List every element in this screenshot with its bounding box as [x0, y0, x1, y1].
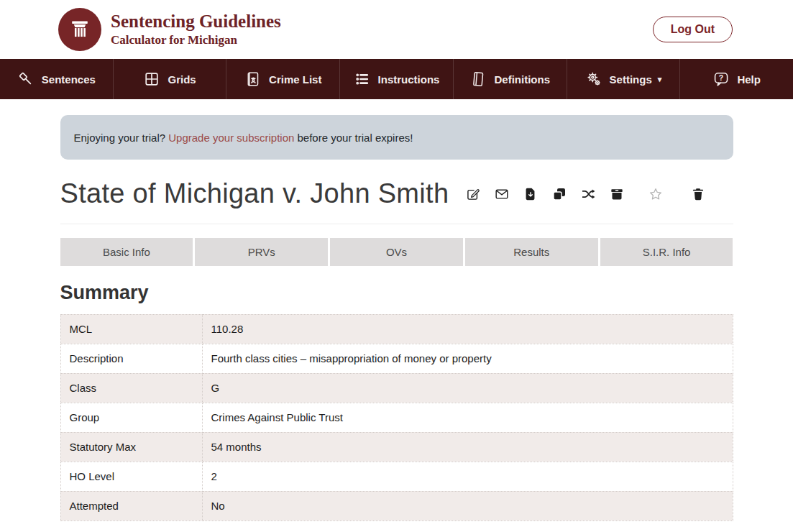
tab-sir-info[interactable]: S.I.R. Info: [600, 238, 733, 266]
copy-icon: [552, 187, 567, 201]
row-label: Class: [60, 373, 202, 403]
file-download-icon: [523, 187, 538, 201]
nav-item-crime-list[interactable]: Crime List: [226, 59, 340, 99]
row-value: No: [202, 491, 733, 520]
nav-item-label: Sentences: [42, 73, 96, 86]
logo-subtitle: Calculator for Michigan: [111, 33, 281, 47]
book-icon: [469, 70, 487, 88]
duplicate-case-button[interactable]: [552, 187, 567, 201]
app-logo[interactable]: Sentencing Guidelines Calculator for Mic…: [58, 8, 281, 51]
table-row: Group Crimes Against Public Trust: [60, 403, 733, 432]
summary-table: MCL 110.28 Description Fourth class citi…: [60, 314, 733, 521]
tab-ovs[interactable]: OVs: [330, 238, 463, 266]
divider: [60, 224, 733, 224]
nav-item-label: Grids: [168, 73, 196, 86]
upgrade-subscription-link[interactable]: Upgrade your subscription: [168, 132, 294, 144]
row-value: 110.28: [202, 314, 733, 344]
banner-text: Enjoying your trial? Upgrade your subscr…: [74, 132, 413, 144]
nav-item-settings[interactable]: Settings ▾: [567, 59, 681, 99]
row-value: 2: [202, 462, 733, 491]
tab-prvs[interactable]: PRVs: [195, 238, 328, 266]
log-out-button[interactable]: Log Out: [653, 17, 733, 42]
tab-bar: Basic Info PRVs OVs Results S.I.R. Info: [60, 238, 733, 266]
row-value: Crimes Against Public Trust: [202, 403, 733, 432]
row-value: Fourth class cities – misappropriation o…: [202, 344, 733, 373]
row-label: Group: [60, 403, 202, 432]
export-case-button[interactable]: [523, 187, 538, 201]
archive-icon: [610, 187, 624, 201]
nav-item-label: Settings: [610, 73, 652, 86]
logo-title: Sentencing Guidelines: [111, 12, 281, 32]
nav-item-label: Definitions: [494, 73, 550, 86]
tab-basic-info[interactable]: Basic Info: [60, 238, 193, 266]
crime-book-icon: [244, 70, 262, 88]
delete-case-button[interactable]: [691, 187, 705, 201]
app-header: Sentencing Guidelines Calculator for Mic…: [0, 0, 793, 59]
nav-item-label: Crime List: [269, 73, 321, 86]
logo-text: Sentencing Guidelines Calculator for Mic…: [111, 12, 281, 47]
question-bubble-icon: ?: [712, 70, 730, 88]
table-row: Attempted No: [60, 491, 733, 520]
nav-item-grids[interactable]: Grids: [114, 59, 227, 99]
svg-text:?: ?: [719, 73, 723, 82]
star-icon: [648, 187, 663, 201]
nav-item-label: Instructions: [378, 73, 440, 86]
row-label: Statutory Max: [60, 432, 202, 462]
chevron-down-icon: ▾: [658, 75, 662, 84]
shuffle-case-button[interactable]: [581, 187, 595, 201]
row-value: 54 months: [202, 432, 733, 462]
archive-case-button[interactable]: [610, 187, 624, 201]
tab-results[interactable]: Results: [465, 238, 598, 266]
favorite-case-button[interactable]: [648, 187, 663, 201]
case-title: State of Michigan v. John Smith: [60, 177, 449, 211]
table-row: MCL 110.28: [60, 314, 733, 344]
nav-item-help[interactable]: ? Help: [680, 59, 793, 99]
row-label: MCL: [60, 314, 202, 344]
main-nav: Sentences Grids Crime List: [0, 59, 793, 99]
table-row: Description Fourth class cities – misapp…: [60, 344, 733, 373]
nav-item-sentences[interactable]: Sentences: [0, 59, 114, 99]
shuffle-icon: [581, 187, 595, 201]
trash-icon: [691, 187, 705, 201]
summary-heading: Summary: [60, 282, 733, 304]
table-row: Class G: [60, 373, 733, 403]
case-actions: [466, 187, 705, 201]
row-value: G: [202, 373, 733, 403]
nav-item-instructions[interactable]: Instructions: [340, 59, 454, 99]
nav-item-definitions[interactable]: Definitions: [454, 59, 567, 99]
bullet-list-icon: [354, 70, 371, 88]
row-label: HO Level: [60, 462, 202, 491]
table-row: HO Level 2: [60, 462, 733, 491]
trial-banner: Enjoying your trial? Upgrade your subscr…: [60, 115, 733, 160]
email-case-button[interactable]: [495, 187, 509, 201]
column-logo-icon: [58, 8, 101, 51]
row-label: Description: [60, 344, 202, 373]
nav-item-label: Help: [737, 73, 761, 86]
grid-icon: [143, 70, 160, 88]
case-title-row: State of Michigan v. John Smith: [60, 177, 733, 211]
pencil-square-icon: [466, 187, 480, 201]
row-label: Attempted: [60, 491, 202, 520]
main-content: Enjoying your trial? Upgrade your subscr…: [60, 115, 733, 521]
table-row: Statutory Max 54 months: [60, 432, 733, 462]
edit-case-button[interactable]: [466, 187, 480, 201]
gears-icon: [585, 70, 602, 88]
envelope-icon: [495, 187, 509, 201]
gavel-icon: [17, 70, 35, 88]
